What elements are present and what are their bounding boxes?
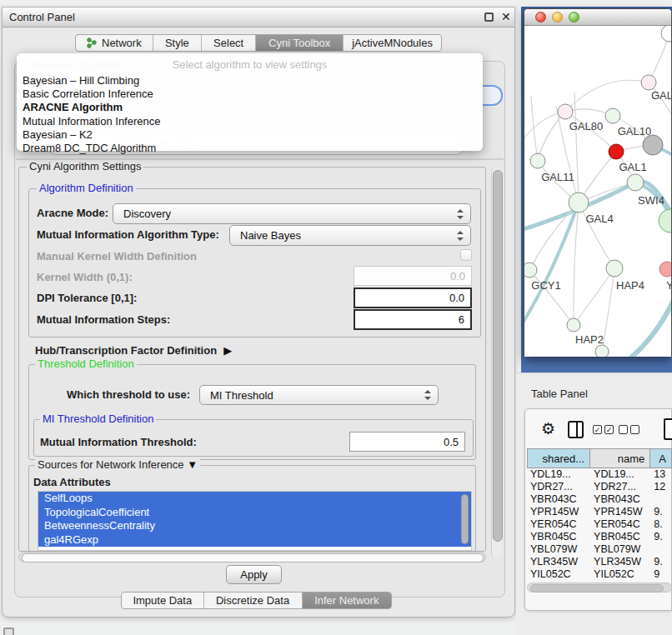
network-edge[interactable] [574,268,614,325]
node-gal-pink[interactable] [641,75,656,90]
settings-vertical-scrollbar-thumb[interactable] [493,170,503,542]
network-edge[interactable] [538,112,565,161]
settings-vertical-scrollbar[interactable] [491,167,502,558]
tab-cyni-toolbox[interactable]: Cyni Toolbox [256,35,344,51]
float-window-icon[interactable] [484,12,494,22]
aracne-mode-combobox[interactable]: Discovery [113,203,471,224]
table-row[interactable]: YPR145WYPR145W9. [527,506,672,518]
tab-style[interactable]: Style [153,35,202,51]
table-cell: 8. [650,518,672,531]
column-header[interactable]: name [590,448,650,468]
column-header[interactable]: A [650,448,672,468]
network-canvas[interactable]: GALGAL80GAL10GAL1GAL11SWI4GAL4GCY1HAP4YH… [524,26,671,357]
node-gal11[interactable] [530,153,545,168]
settings-horizontal-scrollbar[interactable] [18,552,486,562]
minimize-light-button[interactable] [552,12,563,22]
document-icon[interactable] [664,418,672,440]
node-gal80[interactable] [558,104,573,119]
table-row[interactable]: YBR043CYBR043C [527,493,672,506]
network-window-titlebar[interactable] [524,9,671,26]
node-selected-red[interactable] [609,144,624,159]
mi-threshold-value: 0.5 [444,436,459,448]
table-cell: YER054C [590,518,650,531]
tab-jactivemnodules[interactable]: jActiveMNodules [344,35,441,51]
mi-steps-input[interactable]: 6 [354,309,472,330]
close-light-button[interactable] [535,12,546,22]
data-attribute-item[interactable]: SelfLoops [38,492,471,506]
node-gal1[interactable] [627,174,644,191]
network-edge[interactable] [602,268,614,352]
data-attributes-list[interactable]: SelfLoopsTopologicalCoefficientBetweenne… [38,491,472,551]
table-row[interactable]: YER054CYER054C8. [527,518,672,531]
attribute-list-scrollbar[interactable] [461,494,469,544]
collapsed-panel-icon[interactable] [3,628,14,635]
network-edge[interactable] [565,80,649,112]
table-row[interactable]: YLR345WYLR345W9. [527,556,672,568]
table-cell: YDR27... [527,481,590,493]
tab-network[interactable]: Network [76,35,153,51]
table-row[interactable]: YDR27...YDR27...12 [527,481,672,493]
dpi-tolerance-input[interactable]: 0.0 [354,288,472,308]
table-horizontal-scrollbar[interactable] [527,582,672,592]
table-row[interactable]: YIL052CYIL052C9 [527,568,672,581]
cyni-bottom-tabbar: Impute Data Discretize Data Infer Networ… [121,592,392,609]
network-graph[interactable]: GALGAL80GAL10GAL1GAL11SWI4GAL4GCY1HAP4YH… [524,26,671,357]
data-attribute-item[interactable]: BetweennessCentrality [38,519,471,533]
node-gal10[interactable] [605,108,620,123]
apply-button[interactable]: Apply [226,565,282,584]
algorithm-option[interactable]: Bayesian – K2 [17,128,483,142]
node-unlabeled-top[interactable] [661,26,671,42]
network-edge[interactable] [574,202,579,325]
algorithm-option[interactable]: Bayesian – Hill Climbing [17,74,483,88]
close-icon[interactable]: ✕ [501,10,511,23]
node-gal4[interactable] [569,192,589,212]
mi-algorithm-type-label: Mutual Information Algorithm Type: [37,228,219,241]
mi-threshold-input[interactable]: 0.5 [349,432,465,452]
column-header[interactable]: shared... [527,448,590,468]
node-hap2[interactable] [567,318,580,332]
show-all-columns-icon[interactable]: ✓ ✓ [593,425,614,434]
node-hap4[interactable] [606,260,623,277]
checked-box-icon: ✓ [593,425,602,434]
control-panel-title: Control Panel [9,11,75,23]
table-horizontal-scrollbar-thumb[interactable] [530,584,664,592]
hide-all-columns-icon[interactable] [619,425,639,434]
table-cell: 9. [650,531,672,543]
node-swi4-green[interactable] [659,209,671,232]
zoom-light-button[interactable] [569,12,579,22]
data-attribute-item[interactable]: TopologicalCoefficient [38,506,471,520]
settings-horizontal-scrollbar-thumb[interactable] [22,553,484,562]
table-row[interactable]: YBR045CYBR045C9. [527,531,672,543]
tab-select[interactable]: Select [202,35,256,51]
kernel-width-input[interactable]: 0.0 [354,266,472,286]
network-edge[interactable] [531,96,538,161]
table-row[interactable]: YDL19...YDL19...13 [527,468,672,481]
unchecked-box-icon [619,425,628,434]
threshold-definition-legend: Threshold Definition [35,358,137,370]
tab-impute-data[interactable]: Impute Data [122,592,204,608]
algorithm-option[interactable]: ARACNE Algorithm [17,101,483,114]
node-gray[interactable] [643,135,663,155]
manual-kernel-width-checkbox[interactable] [460,249,472,261]
sources-legend[interactable]: Sources for Network Inference ▼ [35,459,200,471]
split-table-icon[interactable] [568,421,584,438]
table-row[interactable]: YBL079WYBL079W [527,543,672,556]
node-bottom-partial[interactable] [595,345,609,357]
algorithm-option[interactable]: Mutual Information Inference [17,115,483,128]
algorithm-option[interactable]: Dream8 DC_TDC Algorithm [17,142,483,155]
node-salmon[interactable] [659,262,671,277]
node-gcy1[interactable] [524,262,537,278]
hub-transcription-factor-toggle[interactable]: Hub/Transcription Factor Definition▶ [35,344,232,357]
which-threshold-combobox[interactable]: MI Threshold [199,385,439,405]
tab-infer-network[interactable]: Infer Network [303,592,391,608]
table-cell: YBL079W [590,543,650,556]
mi-threshold-label: Mutual Information Threshold: [40,436,197,448]
data-attribute-item[interactable]: gal4RGexp [38,533,471,548]
cyni-algorithm-settings-legend: Cyni Algorithm Settings [27,161,143,172]
settings-gear-icon[interactable]: ⚙ [541,421,555,437]
algorithm-option[interactable]: Basic Correlation Inference [17,88,483,101]
control-panel-titlebar[interactable]: Control Panel [3,8,514,28]
sources-legend-label: Sources for Network Inference [38,458,184,471]
mi-algorithm-type-combobox[interactable]: Naive Bayes [229,225,471,246]
tab-discretize-data[interactable]: Discretize Data [204,592,303,608]
